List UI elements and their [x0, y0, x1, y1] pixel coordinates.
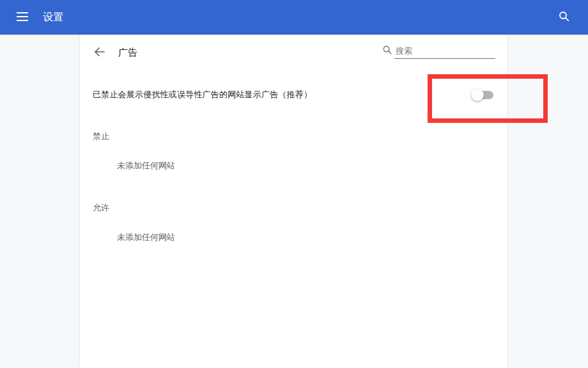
settings-card: 广告 已禁止会展示侵扰性或误导性广告的网站显示广告（推荐） 禁止 未添加任何网站…	[80, 35, 507, 368]
section-title-allow: 允许	[93, 204, 507, 212]
menu-button[interactable]	[11, 6, 34, 29]
block-section: 禁止 未添加任何网站	[80, 132, 507, 170]
back-button[interactable]	[89, 42, 109, 63]
empty-list-item: 未添加任何网站	[117, 161, 507, 170]
arrow-back-icon	[94, 47, 105, 59]
app-title: 设置	[43, 11, 64, 24]
toolbar-search-button[interactable]	[552, 6, 575, 29]
ads-toggle[interactable]	[471, 88, 493, 101]
settings-search-box	[383, 45, 495, 60]
section-title-block: 禁止	[93, 132, 507, 141]
hamburger-icon	[17, 12, 28, 23]
toggle-knob	[471, 88, 484, 101]
ads-toggle-row: 已禁止会展示侵扰性或误导性广告的网站显示广告（推荐）	[80, 70, 507, 119]
allow-section: 允许 未添加任何网站	[80, 204, 507, 242]
search-icon	[559, 11, 569, 24]
ads-toggle-label: 已禁止会展示侵扰性或误导性广告的网站显示广告（推荐）	[93, 89, 312, 100]
search-icon	[383, 45, 392, 57]
subpage-header: 广告	[80, 35, 507, 70]
page-title: 广告	[118, 47, 137, 59]
app-toolbar: 设置	[0, 0, 588, 35]
search-input[interactable]	[394, 45, 495, 59]
empty-list-item: 未添加任何网站	[117, 233, 507, 242]
